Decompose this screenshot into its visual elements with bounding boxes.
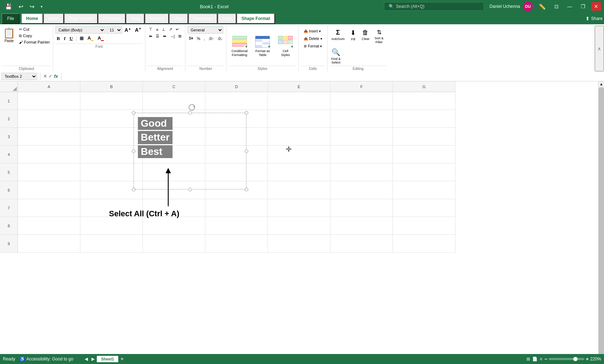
cell-e7[interactable] — [268, 199, 330, 217]
zoom-in-button[interactable]: + — [586, 356, 589, 362]
sheet-tab-sheet1[interactable]: Sheet1 — [97, 356, 118, 362]
cell-f3[interactable] — [330, 128, 393, 146]
bold-button[interactable]: B — [55, 35, 61, 42]
row-num-8[interactable]: 8 — [0, 217, 18, 235]
indent-button[interactable]: →| — [168, 33, 176, 39]
ribbon-collapse-button[interactable]: ∧ — [595, 26, 604, 71]
cell-e9[interactable] — [268, 235, 330, 253]
col-header-f[interactable]: F — [330, 81, 393, 92]
zoom-out-button[interactable]: − — [544, 356, 547, 362]
row-num-6[interactable]: 6 — [0, 181, 18, 199]
cell-a3[interactable] — [18, 128, 80, 146]
number-format-select[interactable]: General — [188, 26, 223, 34]
fill-button[interactable]: ⬇ Fill — [348, 28, 359, 42]
paste-button[interactable]: 📋 Paste — [1, 26, 17, 44]
cell-f5[interactable] — [330, 163, 393, 181]
cell-e6[interactable] — [268, 181, 330, 199]
cell-b1[interactable] — [80, 92, 143, 110]
cell-c1[interactable] — [143, 92, 205, 110]
scroll-thumb[interactable] — [599, 87, 604, 364]
cell-e8[interactable] — [268, 217, 330, 235]
wrap-text-button[interactable]: ↵ — [174, 26, 180, 32]
customize-quick-access[interactable]: ▾ — [39, 4, 45, 9]
cell-c8[interactable] — [143, 217, 205, 235]
cell-g9[interactable] — [393, 235, 455, 253]
cell-a1[interactable] — [18, 92, 80, 110]
cell-g7[interactable] — [393, 199, 455, 217]
save-quick-access[interactable]: 💾 — [3, 2, 14, 11]
row-num-9[interactable]: 9 — [0, 235, 18, 253]
cell-e4[interactable] — [268, 146, 330, 163]
align-bottom-button[interactable]: ⊥ — [160, 26, 167, 32]
cell-f6[interactable] — [330, 181, 393, 199]
handle-middle-right[interactable] — [245, 150, 248, 153]
font-family-select[interactable]: Calibri (Body) — [55, 26, 105, 34]
borders-button[interactable]: ⊞ — [78, 35, 85, 42]
orientation-button[interactable]: ↗ — [168, 26, 174, 32]
search-box[interactable]: 🔍 Search (Alt+Q) — [384, 2, 484, 11]
cell-a5[interactable] — [18, 163, 80, 181]
cell-a7[interactable] — [18, 199, 80, 217]
cell-g3[interactable] — [393, 128, 455, 146]
formula-input[interactable] — [64, 73, 603, 80]
underline-button[interactable]: U — [68, 35, 74, 42]
sort-filter-button[interactable]: ⇅ Sort &Filter — [373, 28, 385, 45]
cell-g2[interactable] — [393, 110, 455, 128]
page-break-view-button[interactable]: ≡ — [540, 357, 542, 362]
formula-cancel-button[interactable]: ✕ — [43, 74, 47, 79]
page-layout-view-button[interactable]: 📄 — [532, 357, 538, 362]
cell-d7[interactable] — [205, 199, 268, 217]
row-num-1[interactable]: 1 — [0, 92, 18, 110]
increase-font-size-button[interactable]: A▲ — [123, 26, 133, 34]
cell-b9[interactable] — [80, 235, 143, 253]
comma-button[interactable]: , — [203, 35, 206, 41]
handle-middle-left[interactable] — [132, 150, 135, 153]
decrease-decimal-button[interactable]: .0↓ — [216, 35, 224, 41]
cut-button[interactable]: ✂ Cut — [18, 26, 51, 32]
name-box[interactable]: TextBox 2 — [1, 73, 37, 80]
autosum-button[interactable]: Σ AutoSum — [330, 28, 346, 42]
cell-g8[interactable] — [393, 217, 455, 235]
fullscreen-btn[interactable]: ⊡ — [551, 2, 561, 11]
tab-data[interactable]: Data — [126, 13, 145, 24]
col-header-d[interactable]: D — [205, 81, 268, 92]
cell-c9[interactable] — [143, 235, 205, 253]
merge-center-button[interactable]: ⊞ — [177, 33, 183, 39]
cell-d1[interactable] — [205, 92, 268, 110]
tab-insert[interactable]: Insert — [43, 13, 64, 24]
align-middle-button[interactable]: ≡ — [155, 26, 160, 32]
cell-a6[interactable] — [18, 181, 80, 199]
cell-styles-button[interactable]: ▾ CellStyles — [275, 34, 296, 58]
italic-button[interactable]: I — [62, 35, 67, 42]
align-left-button[interactable]: ⬅ — [148, 33, 154, 39]
increase-decimal-button[interactable]: .0↑ — [207, 35, 215, 41]
share-button[interactable]: ⬆ Share — [585, 16, 603, 21]
cell-f2[interactable] — [330, 110, 393, 128]
clear-button[interactable]: 🗑 Clear — [360, 28, 371, 42]
cell-a8[interactable] — [18, 217, 80, 235]
row-num-3[interactable]: 3 — [0, 128, 18, 146]
cell-e2[interactable] — [268, 110, 330, 128]
cell-g6[interactable] — [393, 181, 455, 199]
tab-review[interactable]: Review — [145, 13, 169, 24]
row-num-7[interactable]: 7 — [0, 199, 18, 217]
zoom-slider-thumb[interactable] — [573, 357, 578, 361]
cell-d8[interactable] — [205, 217, 268, 235]
undo-btn[interactable]: ↩ — [16, 2, 25, 11]
align-top-button[interactable]: ⊤ — [148, 26, 154, 32]
tab-formulas[interactable]: Formulas — [98, 13, 126, 24]
zoom-slider-track[interactable] — [549, 358, 584, 360]
minimize-btn[interactable]: — — [564, 2, 575, 11]
redo-btn[interactable]: ↪ — [28, 2, 36, 11]
percent-button[interactable]: % — [195, 35, 202, 41]
cell-a9[interactable] — [18, 235, 80, 253]
scroll-up-button[interactable]: ▲ — [599, 81, 604, 87]
copy-button[interactable]: ⧉ Copy — [18, 33, 51, 39]
col-header-g[interactable]: G — [393, 81, 455, 92]
format-as-table-button[interactable]: ▾ Format asTable — [252, 34, 273, 58]
font-size-select[interactable]: 11 — [106, 26, 122, 34]
tab-developer[interactable]: Developer — [188, 13, 218, 24]
cell-f9[interactable] — [330, 235, 393, 253]
tab-home[interactable]: Home — [21, 13, 43, 24]
add-sheet-button[interactable]: + — [119, 356, 125, 362]
